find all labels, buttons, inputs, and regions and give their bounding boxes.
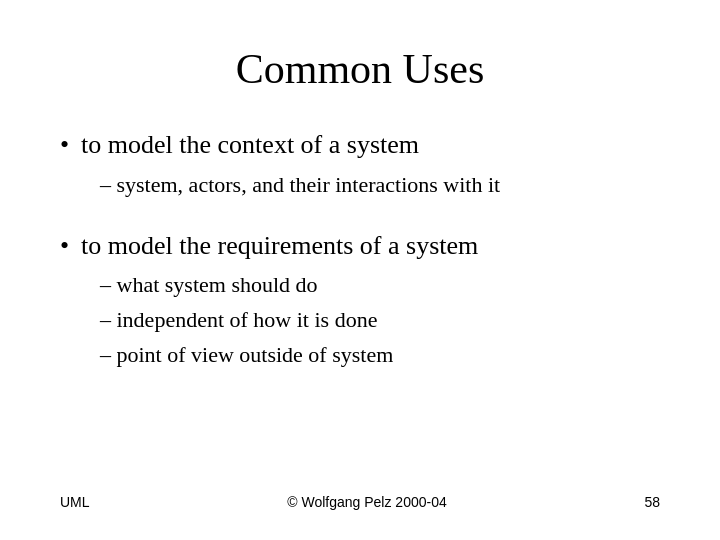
slide-content: • to model the context of a system – sys… [60, 128, 660, 486]
sub-bullet-2-1: – what system should do [100, 270, 660, 301]
sub-bullets-2: – what system should do – independent of… [60, 270, 660, 370]
sub-bullets-1: – system, actors, and their interactions… [60, 170, 660, 201]
footer-center: © Wolfgang Pelz 2000-04 [287, 494, 447, 510]
bullet-main-1: • to model the context of a system [60, 128, 660, 162]
bullet-text-1: to model the context of a system [81, 128, 419, 162]
sub-bullet-1-1: – system, actors, and their interactions… [100, 170, 660, 201]
slide-footer: UML © Wolfgang Pelz 2000-04 58 [60, 486, 660, 510]
sub-bullet-2-3: – point of view outside of system [100, 340, 660, 371]
bullet-dot-1: • [60, 128, 69, 162]
slide: Common Uses • to model the context of a … [0, 0, 720, 540]
bullet-item-1: • to model the context of a system – sys… [60, 128, 660, 201]
sub-bullet-2-2: – independent of how it is done [100, 305, 660, 336]
bullet-item-2: • to model the requirements of a system … [60, 229, 660, 371]
bullet-dot-2: • [60, 229, 69, 263]
slide-title: Common Uses [60, 45, 660, 93]
footer-left: UML [60, 494, 90, 510]
bullet-text-2: to model the requirements of a system [81, 229, 478, 263]
bullet-main-2: • to model the requirements of a system [60, 229, 660, 263]
footer-right: 58 [644, 494, 660, 510]
